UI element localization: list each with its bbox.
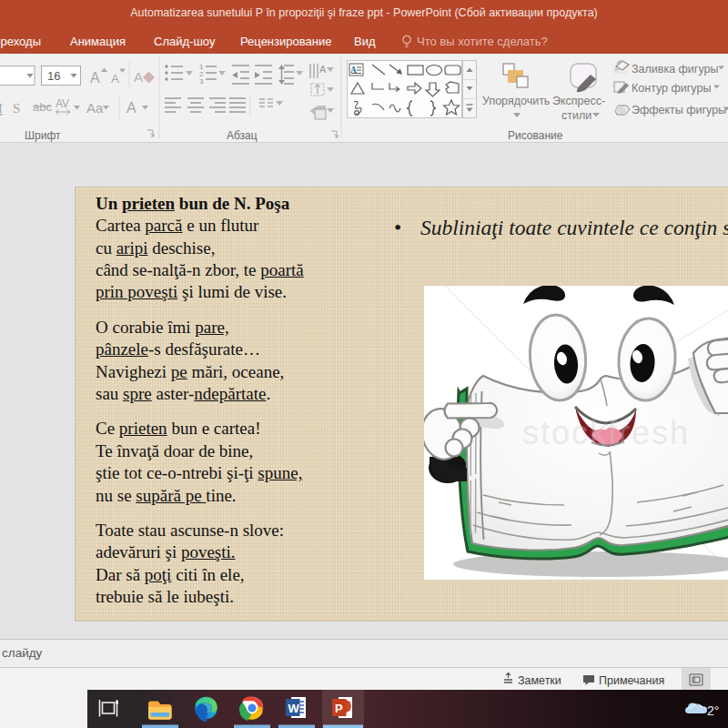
svg-text:P: P (335, 702, 343, 715)
svg-text:Заметки: Заметки (518, 674, 561, 687)
svg-text:A: A (134, 69, 143, 85)
svg-text:A: A (319, 64, 327, 75)
svg-text:AV: AV (56, 97, 69, 110)
svg-text:Aa: Aa (86, 100, 104, 116)
svg-text:Ч: Ч (0, 101, 3, 116)
svg-text:Упорядочить: Упорядочить (482, 95, 550, 107)
svg-text:A: A (111, 72, 119, 86)
svg-text:16: 16 (47, 69, 60, 83)
svg-text:A: A (90, 70, 100, 86)
svg-text:стили: стили (561, 109, 592, 122)
svg-text:Заливка фигуры: Заливка фигуры (632, 63, 718, 76)
svg-text:S: S (13, 101, 20, 116)
svg-text:Экспресс-: Экспресс- (552, 95, 605, 107)
svg-text:W: W (288, 702, 300, 715)
svg-text:A: A (350, 66, 357, 75)
svg-text:Контур фигуры: Контур фигуры (632, 82, 711, 95)
svg-text:stockfresh: stockfresh (522, 414, 690, 451)
svg-text:A: A (126, 100, 136, 116)
svg-text:Эффекты фигуры: Эффекты фигуры (632, 104, 726, 116)
svg-text:3: 3 (199, 77, 204, 86)
svg-text:2°: 2° (707, 703, 719, 718)
svg-text:Примечания: Примечания (599, 674, 664, 687)
